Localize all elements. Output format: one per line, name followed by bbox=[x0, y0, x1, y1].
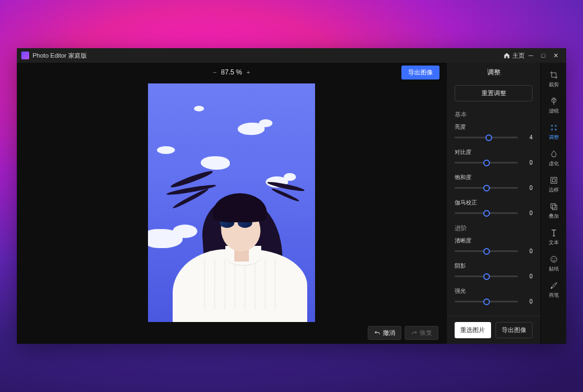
maximize-button[interactable]: □ bbox=[537, 52, 549, 59]
slider-clarity-label: 清晰度 bbox=[455, 237, 533, 245]
tool-frame-label: 边框 bbox=[549, 186, 559, 194]
slider-shadow-label: 阴影 bbox=[455, 262, 533, 270]
section-advanced: 进阶 bbox=[455, 224, 533, 232]
app-logo-icon bbox=[21, 52, 29, 59]
tool-blur-label: 虚化 bbox=[549, 160, 559, 167]
home-icon bbox=[503, 52, 510, 59]
panel-title: 调整 bbox=[447, 63, 540, 82]
slider-gamma-track[interactable] bbox=[455, 212, 518, 214]
blur-icon bbox=[549, 150, 558, 158]
zoom-in-button[interactable]: + bbox=[247, 69, 250, 76]
tool-sticker-label: 贴纸 bbox=[549, 265, 559, 273]
brush-icon bbox=[549, 281, 558, 290]
tool-crop-label: 裁剪 bbox=[549, 81, 559, 88]
svg-point-0 bbox=[553, 98, 555, 100]
slider-brightness-value: 4 bbox=[522, 134, 533, 141]
tool-brush[interactable]: 画笔 bbox=[543, 278, 565, 302]
slider-contrast-label: 对比度 bbox=[455, 148, 533, 156]
titlebar: Photo Editor 家庭版 主页 ─ □ ✕ bbox=[17, 48, 566, 63]
slider-contrast: 对比度 0 bbox=[455, 148, 533, 166]
slider-saturation-track[interactable] bbox=[455, 187, 518, 189]
svg-point-10 bbox=[552, 258, 553, 259]
tool-brush-label: 画笔 bbox=[549, 292, 559, 299]
svg-point-12 bbox=[550, 287, 552, 289]
slider-highlight-track[interactable] bbox=[455, 301, 518, 302]
slider-saturation-value: 0 bbox=[522, 185, 533, 191]
tool-overlay-label: 叠加 bbox=[549, 213, 559, 220]
svg-point-11 bbox=[554, 258, 555, 259]
minimize-button[interactable]: ─ bbox=[525, 52, 537, 59]
slider-contrast-track[interactable] bbox=[455, 162, 518, 164]
adjust-panel: 调整 重置调整 基本 亮度 4 对比度 0 饱和度 0 伽马校正 0 进阶 清晰… bbox=[446, 63, 540, 344]
slider-clarity-value: 0 bbox=[522, 248, 533, 254]
slider-gamma-value: 0 bbox=[522, 210, 533, 216]
export-bottom-button[interactable]: 导出图像 bbox=[496, 322, 533, 338]
tool-adjust-label: 调整 bbox=[549, 134, 559, 141]
slider-saturation: 饱和度 0 bbox=[455, 174, 533, 191]
slider-highlight: 强光 0 bbox=[455, 287, 533, 305]
slider-contrast-value: 0 bbox=[522, 160, 533, 166]
tool-blur[interactable]: 虚化 bbox=[543, 146, 565, 170]
tool-filter[interactable]: 滤镜 bbox=[543, 94, 565, 118]
tool-strip: 裁剪 滤镜 调整 虚化 边框 叠加 文本 贴纸 画笔 bbox=[540, 63, 566, 344]
svg-rect-7 bbox=[550, 204, 555, 208]
slider-brightness-track[interactable] bbox=[455, 137, 518, 138]
overlay-icon bbox=[549, 202, 558, 211]
tool-text-label: 文本 bbox=[549, 239, 559, 246]
tool-text[interactable]: 文本 bbox=[543, 225, 565, 249]
crop-icon bbox=[549, 71, 558, 80]
svg-point-1 bbox=[551, 125, 553, 127]
slider-clarity: 清晰度 0 bbox=[455, 237, 533, 254]
panel-footer: 重选图片 导出图像 bbox=[447, 316, 540, 344]
slider-shadow-track[interactable] bbox=[455, 276, 518, 277]
app-window: Photo Editor 家庭版 主页 ─ □ ✕ − 87.5 % + 导出图… bbox=[17, 48, 566, 344]
undo-button[interactable]: 撤消 bbox=[368, 326, 401, 340]
reset-adjust-button[interactable]: 重置调整 bbox=[455, 85, 533, 101]
slider-clarity-track[interactable] bbox=[455, 250, 518, 252]
slider-gamma: 伽马校正 0 bbox=[455, 199, 533, 216]
slider-saturation-label: 饱和度 bbox=[455, 174, 533, 181]
text-icon bbox=[549, 228, 558, 237]
canvas-topbar: − 87.5 % + 导出图像 bbox=[17, 63, 446, 81]
adjust-icon bbox=[549, 123, 558, 132]
canvas-area[interactable] bbox=[17, 81, 446, 322]
tool-frame[interactable]: 边框 bbox=[543, 172, 565, 197]
reselect-button[interactable]: 重选图片 bbox=[455, 322, 491, 338]
tool-crop[interactable]: 裁剪 bbox=[543, 67, 565, 91]
tool-sticker[interactable]: 贴纸 bbox=[543, 251, 565, 276]
undo-icon bbox=[374, 330, 381, 337]
sticker-icon bbox=[549, 255, 558, 264]
filter-icon bbox=[549, 97, 558, 106]
canvas-bottombar: 撤消 恢复 bbox=[17, 322, 446, 344]
svg-rect-6 bbox=[552, 179, 555, 181]
section-basic: 基本 bbox=[455, 110, 533, 119]
svg-rect-5 bbox=[550, 178, 557, 184]
app-title: Photo Editor 家庭版 bbox=[33, 52, 87, 60]
slider-gamma-label: 伽马校正 bbox=[455, 199, 533, 207]
redo-button: 恢复 bbox=[405, 326, 438, 340]
slider-brightness: 亮度 4 bbox=[455, 123, 533, 141]
home-button[interactable]: 主页 bbox=[503, 52, 525, 60]
slider-brightness-label: 亮度 bbox=[455, 123, 533, 131]
tool-adjust[interactable]: 调整 bbox=[543, 120, 565, 144]
zoom-control: − 87.5 % + bbox=[213, 68, 250, 76]
close-button[interactable]: ✕ bbox=[549, 52, 562, 59]
photo-preview bbox=[148, 83, 315, 322]
zoom-out-button[interactable]: − bbox=[213, 69, 216, 76]
svg-point-2 bbox=[555, 125, 557, 127]
redo-icon bbox=[411, 330, 418, 337]
frame-icon bbox=[549, 176, 558, 185]
tool-overlay[interactable]: 叠加 bbox=[543, 199, 565, 223]
svg-point-9 bbox=[550, 256, 557, 263]
slider-highlight-value: 0 bbox=[522, 298, 533, 305]
panel-scroll[interactable]: 基本 亮度 4 对比度 0 饱和度 0 伽马校正 0 进阶 清晰度 0 bbox=[447, 107, 540, 316]
svg-rect-8 bbox=[552, 205, 557, 209]
export-top-button[interactable]: 导出图像 bbox=[401, 66, 439, 80]
slider-shadow-value: 0 bbox=[522, 273, 533, 279]
svg-point-3 bbox=[551, 129, 553, 130]
slider-shadow: 阴影 0 bbox=[455, 262, 533, 279]
slider-highlight-label: 强光 bbox=[455, 287, 533, 295]
canvas-column: − 87.5 % + 导出图像 bbox=[17, 63, 446, 344]
tool-filter-label: 滤镜 bbox=[549, 108, 559, 115]
svg-point-4 bbox=[555, 129, 557, 130]
